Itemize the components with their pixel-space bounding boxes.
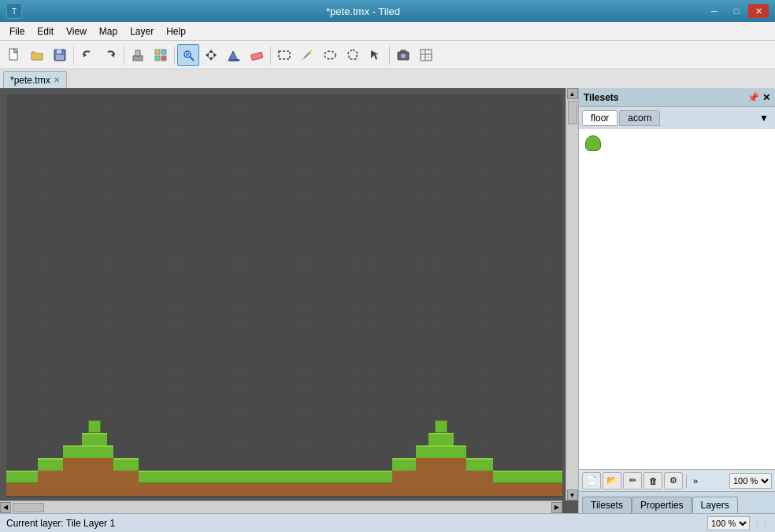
new-button[interactable]	[3, 44, 25, 66]
panel-tab-tilesets[interactable]: Tilesets	[582, 497, 632, 513]
svg-line-23	[304, 52, 310, 58]
magic-wand-button[interactable]	[296, 44, 318, 66]
tileset-tab-floor[interactable]: floor	[582, 110, 617, 126]
svg-marker-19	[213, 53, 217, 57]
ts-new-button[interactable]: 📄	[582, 472, 601, 490]
tileset-area[interactable]	[579, 129, 775, 469]
svg-rect-32	[421, 50, 432, 61]
tileset-tabs: floor acorn ▼	[579, 107, 775, 129]
open-button[interactable]	[26, 44, 48, 66]
svg-marker-28	[371, 50, 379, 60]
svg-line-25	[310, 50, 312, 51]
menu-edit[interactable]: Edit	[31, 24, 60, 39]
menu-file[interactable]: File	[3, 24, 31, 39]
svg-rect-4	[56, 55, 64, 60]
titlebar: T *pete.tmx - Tiled ─ □ ✕	[0, 0, 775, 22]
menu-layer[interactable]: Layer	[124, 24, 160, 39]
map-container[interactable]: ▲ ▼ ◀ ▶	[0, 88, 578, 513]
svg-rect-22	[279, 51, 290, 59]
sep4	[270, 46, 271, 65]
ts-open-button[interactable]: 📂	[603, 472, 621, 490]
status-zoom-control: 100 % 50 % 200 % ⋮⋮	[707, 516, 769, 530]
move-objects-button[interactable]	[200, 44, 222, 66]
svg-marker-5	[83, 53, 87, 57]
svg-rect-8	[135, 50, 140, 56]
random-button[interactable]	[150, 44, 172, 66]
panel-tabs: Tilesets Properties Layers	[579, 491, 775, 513]
ellipse-select-button[interactable]	[319, 44, 341, 66]
tilesets-header: Tilesets 📌 ✕	[579, 88, 775, 107]
toolbar	[0, 41, 775, 69]
svg-rect-20	[228, 59, 239, 61]
svg-rect-3	[57, 50, 61, 54]
capture-button[interactable]	[392, 44, 414, 66]
ts-more-button[interactable]: »	[690, 476, 701, 486]
tileset-dropdown-button[interactable]: ▼	[756, 111, 772, 125]
sep5	[389, 46, 390, 65]
current-layer-label: Current layer: Tile Layer 1	[6, 518, 115, 529]
arrow-button[interactable]	[365, 44, 387, 66]
ts-sep	[686, 474, 687, 488]
tilesets-close-button[interactable]: ✕	[762, 92, 770, 103]
tabbar: *pete.tmx ✕	[0, 69, 775, 88]
tab-label: *pete.tmx	[10, 75, 50, 86]
window-controls: ─ □ ✕	[704, 4, 769, 18]
map-tab[interactable]: *pete.tmx ✕	[3, 71, 67, 88]
panel-tab-layers[interactable]: Layers	[692, 497, 738, 513]
svg-rect-21	[250, 52, 262, 60]
close-button[interactable]: ✕	[748, 4, 769, 18]
svg-rect-10	[161, 50, 166, 54]
ts-zoom-select[interactable]: 100 % 50 % 200 %	[729, 473, 772, 489]
ts-edit-button[interactable]: ✏	[623, 472, 642, 490]
ts-settings-button[interactable]: ⚙	[664, 472, 683, 490]
svg-marker-16	[209, 50, 213, 53]
grid-button[interactable]	[415, 44, 437, 66]
vertical-scrollbar[interactable]: ▲ ▼	[565, 88, 578, 501]
menu-help[interactable]: Help	[160, 24, 192, 39]
rect-select-button[interactable]	[273, 44, 295, 66]
tab-close-button[interactable]: ✕	[54, 76, 60, 84]
svg-rect-12	[161, 56, 166, 61]
minimize-button[interactable]: ─	[704, 4, 725, 18]
sep2	[124, 46, 124, 65]
erase-button[interactable]	[246, 44, 268, 66]
ts-zoom-control: 100 % 50 % 200 %	[729, 473, 772, 489]
panel-tab-properties[interactable]: Properties	[632, 497, 692, 513]
tileset-toolbar: 📄 📂 ✏ 🗑 ⚙ » 100 % 50 % 200 %	[579, 469, 775, 491]
svg-point-15	[186, 53, 189, 56]
svg-point-30	[401, 54, 406, 58]
tileset-tab-acorn[interactable]: acorn	[619, 110, 660, 126]
svg-rect-7	[133, 56, 143, 61]
window-title: *pete.tmx - Tiled	[22, 6, 704, 17]
ts-delete-button[interactable]: 🗑	[643, 472, 662, 490]
tile-icon[interactable]	[585, 135, 601, 151]
svg-marker-24	[302, 57, 303, 61]
horizontal-scrollbar[interactable]: ◀ ▶	[0, 501, 562, 513]
select-objects-button[interactable]	[177, 44, 199, 66]
svg-marker-17	[209, 57, 213, 61]
sep3	[174, 46, 175, 65]
menu-map[interactable]: Map	[93, 24, 124, 39]
redo-button[interactable]	[99, 44, 121, 66]
tilesets-title: Tilesets	[584, 92, 618, 103]
svg-line-14	[190, 57, 194, 61]
stamp-button[interactable]	[127, 44, 149, 66]
svg-marker-18	[206, 53, 209, 57]
map-canvas[interactable]	[6, 94, 562, 497]
svg-rect-31	[401, 50, 406, 53]
menu-view[interactable]: View	[60, 24, 93, 39]
menubar: File Edit View Map Layer Help	[0, 22, 775, 41]
tilesets-header-controls: 📌 ✕	[747, 92, 770, 103]
main-area: ▲ ▼ ◀ ▶ Tilesets 📌 ✕ floor acorn ▼	[0, 88, 775, 513]
pin-button[interactable]: 📌	[747, 92, 759, 103]
svg-marker-27	[348, 50, 358, 59]
polygon-select-button[interactable]	[342, 44, 364, 66]
save-button[interactable]	[49, 44, 71, 66]
statusbar: Current layer: Tile Layer 1 100 % 50 % 2…	[0, 513, 775, 532]
maximize-button[interactable]: □	[726, 4, 747, 18]
svg-marker-6	[111, 53, 114, 57]
undo-button[interactable]	[76, 44, 98, 66]
tile-fill-button[interactable]	[223, 44, 245, 66]
resize-handle: ⋮⋮	[753, 519, 769, 527]
status-zoom-select[interactable]: 100 % 50 % 200 %	[707, 516, 750, 530]
